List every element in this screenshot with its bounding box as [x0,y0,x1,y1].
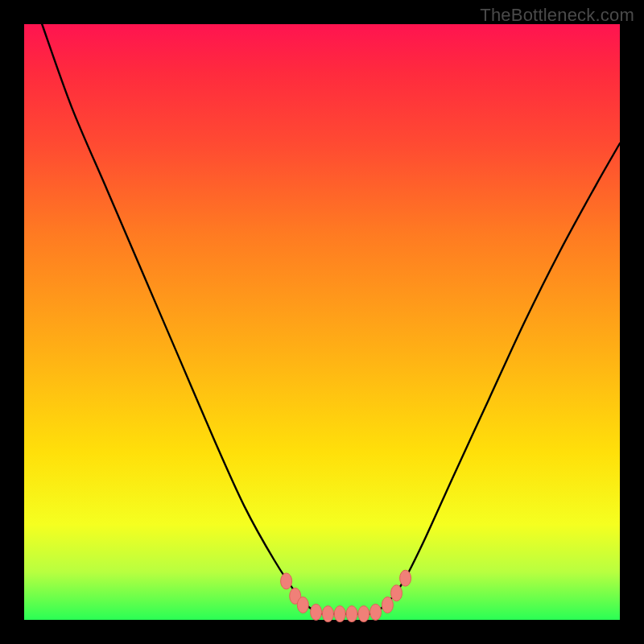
curve-marker [322,606,333,622]
curve-marker [370,604,382,620]
curve-markers [281,570,411,621]
plot-area [24,24,620,620]
curve-marker [358,606,369,622]
curve-marker [297,597,308,613]
curve-marker [391,585,402,601]
bottleneck-curve [42,24,620,614]
curve-marker [400,570,411,586]
watermark-text: TheBottleneck.com [480,5,634,26]
curve-marker [311,604,322,620]
curve-marker [281,573,292,589]
chart-frame: TheBottleneck.com [0,0,644,644]
curve-marker [382,597,393,613]
curve-marker [346,606,357,622]
chart-svg [24,24,620,620]
curve-marker [334,606,345,622]
